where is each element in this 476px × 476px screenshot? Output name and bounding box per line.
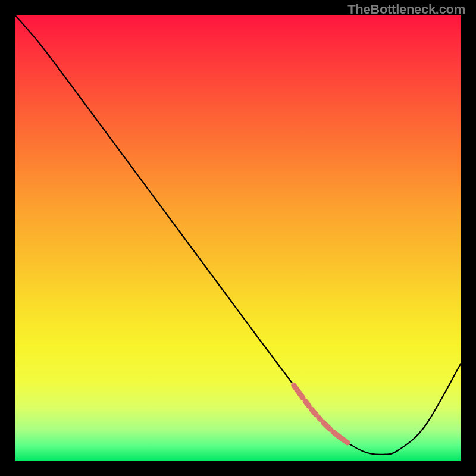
flat-segment-highlight: [294, 386, 399, 455]
bottleneck-curve: [15, 15, 461, 455]
plot-area: [15, 15, 461, 461]
curve-layer: [15, 15, 461, 461]
chart-frame: TheBottleneck.com: [0, 0, 476, 476]
